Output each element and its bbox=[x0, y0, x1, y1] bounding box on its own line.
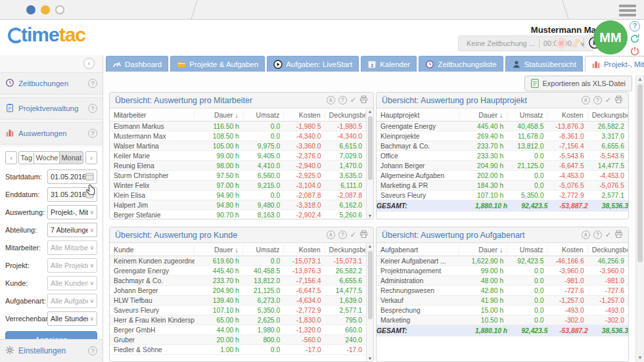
table-row[interactable]: Keiler Marie99.00 h9,405.0-2,376.07,029.… bbox=[110, 151, 366, 161]
tab-3[interactable]: 3Kalender bbox=[361, 56, 417, 72]
select-dropdown[interactable]: 7 Abteilungen∨ bbox=[47, 223, 97, 237]
sidebar-item-projektverwaltung[interactable]: Projektverwaltung? bbox=[0, 97, 103, 120]
table-row[interactable]: Greengate Energy445.40 h40,458.5-13,876.… bbox=[110, 266, 366, 276]
table-row[interactable]: Winter Felix97.00 h9,215.0-3,104.06,111.… bbox=[110, 181, 366, 191]
table-row[interactable]: Marketing & PR184.30 h0.0-5,076.5-5,076.… bbox=[377, 181, 628, 191]
table-row[interactable]: Johann Berger204.90 h21,125.0-6,647.514,… bbox=[110, 286, 366, 296]
table-row[interactable]: Kleinprojekte269.40 h11,678.0-8,361.03,3… bbox=[377, 131, 628, 141]
scroll-down-icon[interactable]: ▼ bbox=[636, 355, 644, 361]
column-header[interactable]: Mitarbeiter bbox=[110, 111, 195, 119]
table-row[interactable]: Mustermann Max108.50 h0.0-4,340.0-4,340.… bbox=[110, 131, 366, 141]
column-header[interactable]: Deckungsbeit... bbox=[325, 246, 366, 254]
collapse-panel-icon[interactable]: ∧ bbox=[327, 96, 335, 104]
scroll-up-icon[interactable]: ▲ bbox=[636, 76, 644, 82]
period-button-woche[interactable]: Woche bbox=[34, 151, 60, 164]
sidebar-collapse-icon[interactable]: ‹ bbox=[83, 58, 95, 69]
table-row[interactable]: Halpert Jim94.80 h9,480.0-3,318.06,162.0 bbox=[110, 200, 366, 210]
panel-scrollbar[interactable]: ▲▼ bbox=[366, 108, 373, 219]
table-row[interactable]: Fiedler & Söhne1.00 h0.0-17.0-17.0 bbox=[110, 345, 366, 355]
check-icon[interactable]: ✓ bbox=[350, 231, 356, 239]
window-button-2[interactable] bbox=[41, 5, 50, 14]
stop-icon[interactable] bbox=[555, 37, 567, 49]
table-row[interactable]: Rechnungswesen42.80 h0.0-727.6-727.6 bbox=[377, 286, 628, 296]
tab-1[interactable]: Projekte & Aufgaben bbox=[170, 56, 265, 72]
column-header[interactable]: Kosten bbox=[547, 111, 587, 119]
print-icon[interactable] bbox=[614, 95, 623, 106]
table-row[interactable]: Saveurs Fleury107.10 h5,350.0-2,772.92,5… bbox=[377, 191, 628, 200]
scrollbar-thumb[interactable] bbox=[637, 84, 643, 262]
column-header[interactable]: Aufgabenart bbox=[377, 246, 459, 254]
select-dropdown[interactable]: Alle Stunden∨ bbox=[47, 311, 97, 326]
collapse-panel-icon[interactable]: ∧ bbox=[327, 231, 335, 239]
column-header[interactable]: Deckungsbeitr... bbox=[588, 111, 628, 119]
refresh-icon[interactable] bbox=[630, 34, 640, 44]
table-row[interactable]: Bachmayr & Co.233.70 h13,812.0-7,156.46,… bbox=[377, 141, 628, 151]
scroll-up-icon[interactable]: ▲ bbox=[367, 109, 373, 114]
tab-4[interactable]: Zeitbuchungsliste bbox=[419, 56, 503, 72]
column-header[interactable]: Umsatz bbox=[507, 246, 547, 254]
column-header[interactable]: Hauptprojekt bbox=[377, 111, 459, 119]
table-row[interactable]: Reunig Elena98.00 h4,410.0-2,940.01,470.… bbox=[110, 161, 366, 171]
column-header[interactable]: Dauer↓ bbox=[195, 111, 243, 119]
table-row[interactable]: Allgemeine Aufgaben202.00 h0.0-4,453.0-4… bbox=[377, 171, 628, 181]
calendar-mini-icon[interactable] bbox=[85, 190, 94, 200]
table-row[interactable]: Greengate Energy445.40 h40,458.5-13,876.… bbox=[377, 122, 628, 131]
collapse-panel-icon[interactable]: ∧ bbox=[582, 96, 590, 104]
scrollbar-thumb[interactable] bbox=[368, 116, 373, 180]
check-icon[interactable]: ✓ bbox=[605, 231, 611, 239]
scroll-up-icon[interactable]: ▲ bbox=[367, 244, 373, 248]
print-icon[interactable] bbox=[359, 95, 368, 106]
collapse-panel-icon[interactable]: ∧ bbox=[582, 231, 590, 239]
period-next-button[interactable]: › bbox=[85, 151, 97, 164]
column-header[interactable]: Umsatz bbox=[507, 111, 547, 119]
scrollbar-thumb[interactable] bbox=[368, 251, 373, 319]
help-icon[interactable]: ? bbox=[630, 21, 640, 32]
export-xls-button[interactable]: Exportieren als XLS-Datei bbox=[524, 76, 632, 91]
sidebar-item-auswertungen[interactable]: Auswertungen? bbox=[0, 122, 103, 145]
tab-0[interactable]: Dashboard bbox=[106, 56, 168, 72]
table-row[interactable]: Johann Berger204.90 h21,125.0-6,647.514,… bbox=[377, 161, 628, 171]
column-header[interactable]: Dauer↓ bbox=[459, 246, 507, 254]
scroll-down-icon[interactable]: ▼ bbox=[367, 214, 373, 218]
table-row[interactable]: Bachmayr & Co.233.70 h13,812.0-7,156.46,… bbox=[110, 276, 366, 286]
table-row[interactable]: Keiner Aufgabenart ...1,622.90 h92,423.5… bbox=[377, 256, 628, 266]
select-dropdown[interactable]: Projekt-, Mitar∨ bbox=[47, 205, 97, 219]
table-row[interactable]: Administration48.00 h0.0-981.0-981.0 bbox=[377, 276, 628, 286]
column-header[interactable]: Umsatz bbox=[243, 111, 284, 119]
help-icon[interactable]: ? bbox=[593, 231, 602, 239]
table-row[interactable]: Verkauf41.90 h0.0-1,257.0-1,257.0 bbox=[377, 296, 628, 305]
table-row[interactable]: Marketing10.50 h0.0-302.0-302.0 bbox=[377, 315, 628, 325]
help-icon[interactable]: ? bbox=[338, 96, 347, 104]
help-icon[interactable]: ? bbox=[88, 346, 97, 355]
scroll-down-icon[interactable]: ▼ bbox=[367, 356, 373, 361]
sidebar-item-zeitbuchungen[interactable]: Zeitbuchungen? bbox=[0, 72, 103, 95]
period-button-monat[interactable]: Monat bbox=[59, 151, 83, 164]
column-header[interactable]: Dauer↓ bbox=[459, 111, 507, 119]
help-icon[interactable]: ? bbox=[88, 79, 97, 88]
calendar-mini-icon[interactable] bbox=[85, 172, 94, 182]
column-header[interactable]: Umsatz bbox=[243, 246, 284, 254]
print-icon[interactable] bbox=[359, 229, 368, 241]
table-row[interactable]: Klein Elisa94.90 h0.0-2,087.8-2,087.8 bbox=[110, 191, 366, 200]
column-header[interactable]: Deckungsbeitrag bbox=[588, 246, 628, 254]
check-icon[interactable]: ✓ bbox=[350, 96, 356, 104]
panel-scrollbar[interactable]: ▲▼ bbox=[366, 243, 373, 361]
help-icon[interactable]: ? bbox=[88, 129, 97, 138]
table-row[interactable]: Office233.30 h0.0-5,543.6-5,543.6 bbox=[377, 151, 628, 161]
period-button-tag[interactable]: Tag bbox=[18, 151, 34, 164]
help-icon[interactable]: ? bbox=[338, 231, 347, 239]
menu-icon[interactable] bbox=[619, 3, 636, 18]
table-row[interactable]: Saveurs Fleury107.10 h5,350.0-2,772.92,5… bbox=[110, 305, 366, 315]
edit-note-icon[interactable] bbox=[570, 37, 582, 49]
date-input[interactable]: 31.05.2016 bbox=[47, 187, 97, 202]
table-row[interactable]: Keinem Kunden zugeordnet619.60 h0.0-15,0… bbox=[110, 256, 366, 266]
table-row[interactable]: Gruber20.00 h800.0-560.0240.0 bbox=[110, 335, 366, 345]
table-row[interactable]: Berger Stefanie90.70 h8,163.0-2,902.45,2… bbox=[110, 210, 366, 219]
column-header[interactable]: Kosten bbox=[284, 246, 325, 254]
tab-2[interactable]: Aufgaben: LiveStart bbox=[267, 56, 359, 72]
table-row[interactable]: HLW Tiefbau139.40 h6,273.0-4,634.01,639.… bbox=[110, 296, 366, 305]
table-row[interactable]: Walser Martina105.00 h9,975.0-3,360.06,6… bbox=[110, 141, 366, 151]
window-button-1[interactable] bbox=[26, 5, 35, 14]
table-row[interactable]: Eismann Markus116.50 h0.0-1,980.5-1,980.… bbox=[110, 122, 366, 131]
column-header[interactable]: Dauer↓ bbox=[195, 246, 243, 254]
